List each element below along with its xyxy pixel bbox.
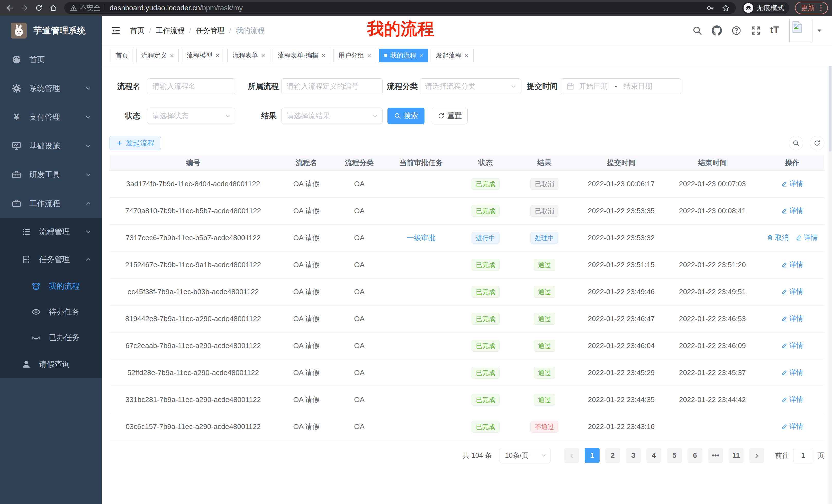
tab-发起流程[interactable]: 发起流程× (431, 49, 473, 62)
search-button[interactable]: 搜索 (387, 108, 424, 124)
process-category-select[interactable]: 请选择流程分类 (420, 78, 521, 94)
logo[interactable]: 芋道管理系统 (0, 16, 102, 45)
page-button[interactable]: 6 (687, 448, 702, 463)
page-button[interactable]: 3 (626, 448, 641, 463)
process-name-input[interactable] (147, 78, 235, 94)
page-button[interactable]: 11 (729, 448, 744, 463)
address-bar[interactable]: 不安全 dashboard.yudao.iocoder.cn /bpm/task… (64, 2, 736, 14)
sidebar-item[interactable]: 我的流程 (0, 273, 102, 299)
close-icon[interactable]: × (261, 52, 265, 59)
close-icon[interactable]: × (215, 52, 219, 59)
page-button[interactable]: 4 (646, 448, 661, 463)
search-icon[interactable] (692, 25, 702, 36)
cancel-link[interactable]: 取消 (767, 233, 789, 242)
browser-update-button[interactable]: 更新 (795, 2, 828, 14)
home-icon[interactable] (47, 2, 59, 14)
current-task (383, 251, 460, 278)
page-button[interactable]: 1 (585, 448, 600, 463)
end-time: 2022-01-22 23:46:53 (665, 305, 760, 332)
sidebar-item[interactable]: 流程管理 (0, 218, 102, 246)
sidebar-item[interactable]: 已办任务 (0, 325, 102, 351)
column-header: 流程名 (277, 156, 336, 170)
sidebar-item[interactable]: 基础设施 (0, 132, 102, 160)
detail-link[interactable]: 详情 (796, 233, 817, 242)
submit-time-range-picker[interactable]: 开始日期 - 结束日期 (561, 78, 681, 94)
tab-流程表单-编辑[interactable]: 流程表单-编辑× (273, 49, 331, 62)
reset-button[interactable]: 重置 (432, 108, 468, 124)
create-process-button[interactable]: 发起流程 (109, 136, 161, 150)
sidebar-item[interactable]: 研发工具 (0, 160, 102, 189)
close-icon[interactable]: × (419, 52, 423, 59)
actions-cell: 详情 (760, 386, 824, 413)
tab-首页[interactable]: 首页 (110, 49, 133, 62)
sidebar-item[interactable]: 待办任务 (0, 299, 102, 325)
edit-icon (781, 180, 789, 187)
detail-link[interactable]: 详情 (781, 368, 803, 377)
status-badge: 已完成 (471, 340, 499, 352)
page-size-select[interactable]: 10条/页 (499, 448, 550, 463)
star-icon[interactable] (722, 4, 730, 12)
forward-icon[interactable] (19, 2, 30, 14)
tab-流程模型[interactable]: 流程模型× (182, 49, 224, 62)
result-cell: 处理中 (511, 224, 578, 251)
status-badge: 已完成 (471, 394, 499, 405)
detail-link[interactable]: 详情 (781, 179, 803, 188)
page-button[interactable]: 5 (667, 448, 682, 463)
hamburger-icon[interactable] (110, 25, 121, 36)
action-label: 详情 (789, 287, 803, 296)
avatar[interactable] (789, 19, 812, 42)
detail-link[interactable]: 详情 (781, 422, 803, 431)
close-icon[interactable]: × (465, 52, 468, 59)
breadcrumb-item[interactable]: 首页 (130, 26, 145, 35)
detail-link[interactable]: 详情 (781, 341, 803, 350)
image-broken-icon (790, 20, 804, 41)
github-icon[interactable] (712, 25, 722, 36)
result-select[interactable]: 请选择流结果 (281, 108, 383, 124)
fullscreen-icon[interactable] (751, 25, 761, 36)
breadcrumb-item[interactable]: 任务管理 (196, 26, 225, 35)
monitor-icon (11, 141, 22, 151)
status-select[interactable]: 请选择状态 (147, 108, 235, 124)
tab-流程定义[interactable]: 流程定义× (136, 49, 179, 62)
tab-我的流程[interactable]: 我的流程× (379, 49, 428, 62)
breadcrumb-item[interactable]: 工作流程 (156, 26, 185, 35)
detail-link[interactable]: 详情 (781, 287, 803, 296)
goto-page-input[interactable] (793, 448, 813, 463)
detail-link[interactable]: 详情 (781, 395, 803, 404)
sidebar-item[interactable]: 工作流程 (0, 189, 102, 218)
current-task-link[interactable]: 一级审批 (407, 234, 436, 242)
close-icon[interactable]: × (322, 52, 326, 59)
fontsize-icon[interactable]: tT (770, 25, 781, 36)
search-icon (394, 112, 401, 119)
close-icon[interactable]: × (367, 52, 371, 59)
tab-流程表单[interactable]: 流程表单× (227, 49, 270, 62)
more-icon[interactable] (817, 4, 825, 12)
show-search-button[interactable] (789, 136, 803, 150)
result-badge: 不通过 (530, 421, 558, 432)
detail-link[interactable]: 详情 (781, 314, 803, 323)
scrollbar[interactable] (828, 16, 832, 504)
sidebar-item[interactable]: 首页 (0, 45, 102, 74)
tab-用户分组[interactable]: 用户分组× (334, 49, 376, 62)
prev-page-button[interactable]: ‹ (564, 448, 579, 463)
sidebar-item[interactable]: 请假查询 (0, 351, 102, 378)
action-label: 详情 (789, 260, 803, 269)
help-icon[interactable] (731, 25, 742, 36)
page-button[interactable]: 2 (605, 448, 620, 463)
process-definition-input[interactable] (281, 78, 383, 94)
reload-icon[interactable] (33, 2, 45, 14)
close-icon[interactable]: × (170, 52, 174, 59)
sidebar-item[interactable]: ¥支付管理 (0, 103, 102, 132)
detail-link[interactable]: 详情 (781, 260, 803, 269)
sidebar-item[interactable]: 系统管理 (0, 74, 102, 103)
sidebar-item[interactable]: 任务管理 (0, 246, 102, 273)
key-icon[interactable] (706, 4, 715, 12)
caret-down-icon[interactable] (816, 27, 823, 34)
more-pages-button[interactable]: ••• (708, 448, 723, 463)
calendar-icon (566, 82, 574, 90)
sidebar-item-label: 研发工具 (29, 170, 84, 180)
detail-link[interactable]: 详情 (781, 206, 803, 215)
back-icon[interactable] (4, 2, 16, 14)
next-page-button[interactable]: › (749, 448, 764, 463)
refresh-table-button[interactable] (810, 136, 824, 150)
